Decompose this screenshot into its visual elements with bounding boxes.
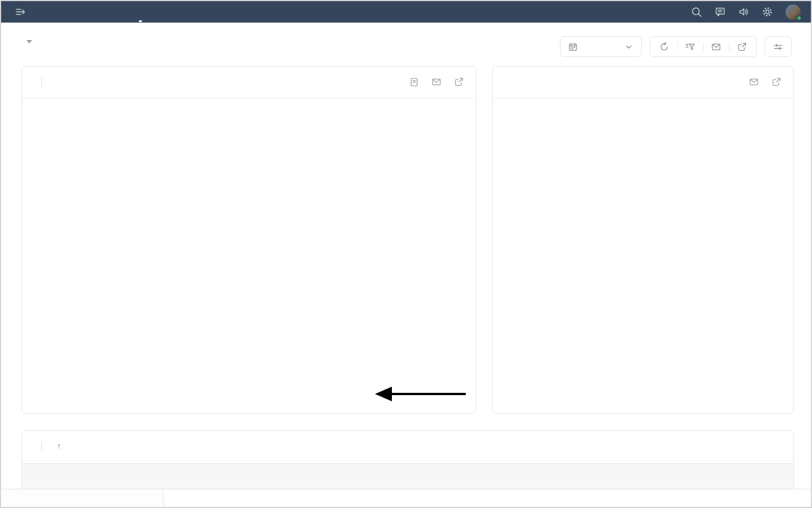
filter-icon [685, 42, 695, 52]
separator [41, 441, 42, 450]
chat-icon[interactable] [714, 6, 726, 17]
export-icon[interactable] [771, 77, 782, 87]
conversation-volume-card [21, 66, 476, 414]
customize-button[interactable] [765, 36, 792, 57]
session-bounce-donut [505, 188, 646, 329]
top-nav [1, 1, 811, 23]
chevron-down-icon [624, 42, 634, 52]
app-window: ↑ [0, 0, 812, 508]
mail-button[interactable] [703, 37, 729, 56]
conversation-volume-chart [22, 67, 476, 413]
calendar-icon [568, 42, 578, 52]
nav-item-my-profile[interactable] [173, 1, 194, 23]
sort-ascending-icon: ↑ [57, 441, 61, 450]
gear-icon[interactable] [762, 6, 773, 17]
session-bounce-card [492, 66, 794, 414]
smart-chat-tabs [1, 489, 164, 507]
nav-right-icons [691, 5, 811, 20]
refresh-icon [659, 42, 669, 52]
nav-item-feedback[interactable] [108, 1, 130, 23]
nav-items [44, 1, 194, 23]
refresh-button[interactable] [651, 37, 677, 56]
export-icon [737, 42, 747, 52]
online-status-dot [796, 15, 802, 21]
nav-item-visitors[interactable] [87, 1, 108, 23]
nav-item-resources[interactable] [151, 1, 173, 23]
nav-item-calls[interactable] [65, 1, 87, 23]
smart-chat-bar [1, 489, 811, 507]
date-range-button[interactable] [560, 36, 642, 57]
nav-item-all-chats[interactable] [44, 1, 65, 23]
nav-item-reports[interactable] [130, 1, 151, 23]
filter-button[interactable] [677, 37, 703, 56]
tune-icon [773, 42, 783, 52]
page-title-dropdown-icon[interactable] [27, 40, 32, 43]
header-controls [560, 36, 792, 57]
smart-chat-input[interactable] [164, 489, 785, 507]
report-actions-group [650, 36, 757, 57]
mail-icon[interactable] [749, 77, 760, 87]
mail-icon [711, 42, 721, 52]
speaker-icon[interactable] [738, 6, 749, 17]
sort-by-link[interactable]: ↑ [54, 441, 61, 450]
search-icon[interactable] [691, 6, 702, 17]
bounce-percent [505, 188, 646, 329]
windows-icon[interactable] [785, 489, 811, 507]
export-button[interactable] [729, 37, 755, 56]
page-header [1, 23, 811, 58]
avatar[interactable] [785, 5, 801, 20]
sidebar-expand-icon[interactable] [15, 6, 32, 18]
